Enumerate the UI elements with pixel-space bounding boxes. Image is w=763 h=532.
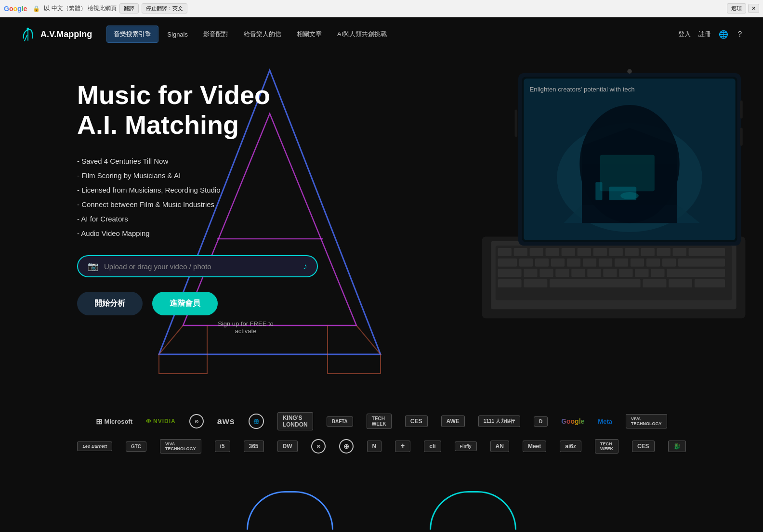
svg-rect-43 xyxy=(550,279,641,287)
partners-row-2: Leo Burnett GTC VIVATECHNOLOGY i5 365 DW… xyxy=(39,439,724,454)
partner-ces-1: CES xyxy=(405,415,428,427)
nav-music-search[interactable]: 音樂搜索引擎 xyxy=(106,26,158,43)
globe-icon[interactable]: 🌐 xyxy=(719,30,728,39)
navbar: A.V.Mapping 音樂搜索引擎 Signals 影音配對 給音樂人的信 相… xyxy=(0,17,763,51)
hero-bullets: - Saved 4 Centuries Till Now - Film Scor… xyxy=(77,154,347,241)
stop-translate-button[interactable]: 停止翻譯：英文 xyxy=(142,3,187,13)
svg-rect-20 xyxy=(535,259,549,267)
logo-text: A.V.Mapping xyxy=(40,29,92,39)
svg-rect-60 xyxy=(595,182,602,200)
partner-awe: AWE xyxy=(441,415,465,427)
partner-gtc: GTC xyxy=(126,441,146,452)
browser-google-logo: Google xyxy=(4,5,27,13)
svg-rect-30 xyxy=(498,269,522,277)
svg-rect-64 xyxy=(740,128,743,146)
help-icon[interactable]: ？ xyxy=(736,29,744,39)
bullet-6: - Audio Video Mapping xyxy=(77,226,347,241)
laptop-svg: Enlighten creators' potential with tech xyxy=(455,61,763,340)
svg-rect-10 xyxy=(578,248,591,256)
partner-kings-london: KING'SLONDON xyxy=(277,412,313,430)
svg-rect-13 xyxy=(625,248,639,256)
nav-login[interactable]: 登入 xyxy=(678,30,691,39)
nav-ai-challenge[interactable]: AI與人類共創挑戰 xyxy=(330,26,394,42)
svg-text:Enlighten creators' potential : Enlighten creators' potential with tech xyxy=(530,86,635,93)
partner-circle2: ⊙ xyxy=(311,439,326,454)
bullet-1: - Saved 4 Centuries Till Now xyxy=(77,154,347,169)
premium-button[interactable]: 進階會員 xyxy=(152,292,218,315)
svg-rect-33 xyxy=(555,269,569,277)
svg-rect-31 xyxy=(524,269,537,277)
partner-databank: D xyxy=(534,416,548,427)
svg-rect-6 xyxy=(514,248,527,256)
partner-finfly: Finfly xyxy=(455,441,477,451)
partner-i5: i5 xyxy=(215,441,230,452)
svg-rect-34 xyxy=(571,269,585,277)
svg-rect-46 xyxy=(695,279,725,287)
svg-point-0 xyxy=(26,28,29,30)
hero-section: Music for Video A.I. Matching - Saved 4 … xyxy=(0,51,763,398)
partner-cross-circle: ⊕ xyxy=(339,439,354,454)
partner-n: N xyxy=(367,441,382,452)
close-button[interactable]: ✕ xyxy=(748,4,759,13)
nav-articles[interactable]: 相關文章 xyxy=(290,26,329,42)
browser-chrome: Google 🔒 以 中文（繁體） 檢視此網頁 翻譯 停止翻譯：英文 選項 ✕ xyxy=(0,0,763,17)
partner-tech-week-2: TECHWEEK xyxy=(595,439,618,454)
nav-av-match[interactable]: 影音配對 xyxy=(197,26,235,42)
partner-viva-tech-2: VIVATECHNOLOGY xyxy=(160,439,201,454)
svg-rect-57 xyxy=(600,155,655,191)
search-placeholder: Upload or drag your video / photo xyxy=(104,262,303,271)
partner-leo-burnett: Leo Burnett xyxy=(77,441,112,451)
svg-rect-36 xyxy=(603,269,617,277)
partner-an: AN xyxy=(490,441,509,452)
svg-rect-37 xyxy=(619,269,632,277)
svg-rect-24 xyxy=(599,259,612,267)
svg-point-62 xyxy=(627,69,631,74)
svg-rect-32 xyxy=(539,269,553,277)
svg-rect-42 xyxy=(524,279,547,287)
partner-aws: aws xyxy=(217,416,235,427)
bottom-curves xyxy=(0,481,763,532)
hero-content: Music for Video A.I. Matching - Saved 4 … xyxy=(77,80,347,335)
svg-rect-21 xyxy=(551,259,565,267)
translate-button[interactable]: 翻譯 xyxy=(119,3,139,13)
svg-rect-38 xyxy=(635,269,648,277)
svg-rect-5 xyxy=(498,248,512,256)
camera-icon: 📷 xyxy=(88,261,98,272)
translate-text: 以 中文（繁體） 檢視此網頁 xyxy=(44,4,117,13)
svg-rect-59 xyxy=(609,187,637,200)
analyze-button[interactable]: 開始分析 xyxy=(77,292,143,315)
svg-rect-18 xyxy=(498,259,517,267)
nav-register[interactable]: 註冊 xyxy=(698,30,711,39)
nav-signals[interactable]: Signals xyxy=(160,27,195,42)
partner-dragon: 🐉 xyxy=(668,441,686,452)
partner-tech-week: TECHWEEK xyxy=(367,414,392,429)
hero-search-bar[interactable]: 📷 Upload or drag your video / photo ♪ xyxy=(77,255,318,277)
svg-rect-14 xyxy=(641,248,655,256)
hero-buttons: 開始分析 進階會員 xyxy=(77,292,347,315)
logo[interactable]: A.V.Mapping xyxy=(19,26,92,43)
browser-translate-bar: 以 中文（繁體） 檢視此網頁 翻譯 停止翻譯：英文 xyxy=(44,3,187,13)
svg-rect-35 xyxy=(587,269,601,277)
svg-rect-7 xyxy=(530,248,543,256)
svg-rect-29 xyxy=(678,259,725,267)
svg-rect-44 xyxy=(643,279,666,287)
partner-1111: 1111 人力銀行 xyxy=(478,415,520,427)
music-icon: ♪ xyxy=(303,261,307,272)
options-button[interactable]: 選項 xyxy=(727,3,746,13)
svg-rect-25 xyxy=(615,259,628,267)
curve-blue-left xyxy=(247,491,333,530)
svg-rect-63 xyxy=(740,101,743,119)
partner-meta: Meta xyxy=(598,418,612,425)
partner-meet: Meet xyxy=(523,441,546,452)
svg-rect-17 xyxy=(689,248,725,256)
partner-cross: ✝ xyxy=(395,441,410,452)
partners-row-1: ⊞ Microsoft 👁 NVIDIA ⊙ aws 🌐 KING'SLONDO… xyxy=(39,412,724,430)
svg-rect-40 xyxy=(667,269,725,277)
browser-lock-icon: 🔒 xyxy=(33,5,40,12)
bullet-2: - Film Scoring by Musicians & AI xyxy=(77,169,347,183)
svg-rect-9 xyxy=(562,248,575,256)
svg-rect-8 xyxy=(546,248,559,256)
hero-title: Music for Video A.I. Matching xyxy=(77,80,347,140)
partners-section: ⊞ Microsoft 👁 NVIDIA ⊙ aws 🌐 KING'SLONDO… xyxy=(0,398,763,477)
nav-musician-letter[interactable]: 給音樂人的信 xyxy=(237,26,288,42)
